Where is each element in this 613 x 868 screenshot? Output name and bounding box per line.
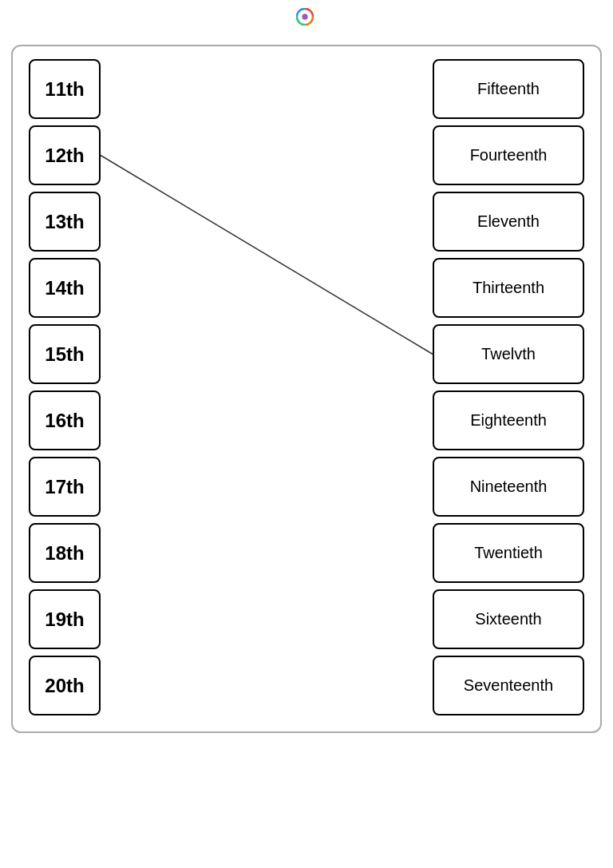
number-box-16th[interactable]: 16th bbox=[29, 390, 101, 450]
word-box-eighteenth[interactable]: Eighteenth bbox=[433, 390, 584, 450]
page-header bbox=[16, 8, 597, 38]
word-box-sixteenth[interactable]: Sixteenth bbox=[433, 589, 584, 649]
number-box-15th[interactable]: 15th bbox=[29, 324, 101, 384]
number-box-17th[interactable]: 17th bbox=[29, 457, 101, 517]
svg-point-1 bbox=[302, 14, 307, 19]
word-box-twentieth[interactable]: Twentieth bbox=[433, 523, 584, 583]
logo-area bbox=[296, 8, 317, 26]
right-column: FifteenthFourteenthEleventhThirteenthTwe… bbox=[433, 59, 584, 715]
number-box-12th[interactable]: 12th bbox=[29, 125, 101, 185]
word-box-thirteenth[interactable]: Thirteenth bbox=[433, 258, 584, 318]
word-box-seventeenth[interactable]: Seventeenth bbox=[433, 656, 584, 715]
number-box-20th[interactable]: 20th bbox=[29, 656, 101, 715]
columns-wrapper: 11th12th13th14th15th16th17th18th19th20th… bbox=[29, 59, 584, 715]
number-box-14th[interactable]: 14th bbox=[29, 258, 101, 318]
svg-line-2 bbox=[101, 156, 433, 355]
word-box-eleventh[interactable]: Eleventh bbox=[433, 192, 584, 252]
logo-icon bbox=[296, 8, 314, 26]
word-box-twelvth[interactable]: Twelvth bbox=[433, 324, 584, 384]
word-box-fifteenth[interactable]: Fifteenth bbox=[433, 59, 584, 119]
number-box-11th[interactable]: 11th bbox=[29, 59, 101, 119]
word-box-fourteenth[interactable]: Fourteenth bbox=[433, 125, 584, 185]
number-box-18th[interactable]: 18th bbox=[29, 523, 101, 583]
number-box-19th[interactable]: 19th bbox=[29, 589, 101, 649]
number-box-13th[interactable]: 13th bbox=[29, 192, 101, 252]
left-column: 11th12th13th14th15th16th17th18th19th20th bbox=[29, 59, 101, 715]
word-box-nineteenth[interactable]: Nineteenth bbox=[433, 457, 584, 517]
worksheet-area: 11th12th13th14th15th16th17th18th19th20th… bbox=[11, 45, 602, 733]
